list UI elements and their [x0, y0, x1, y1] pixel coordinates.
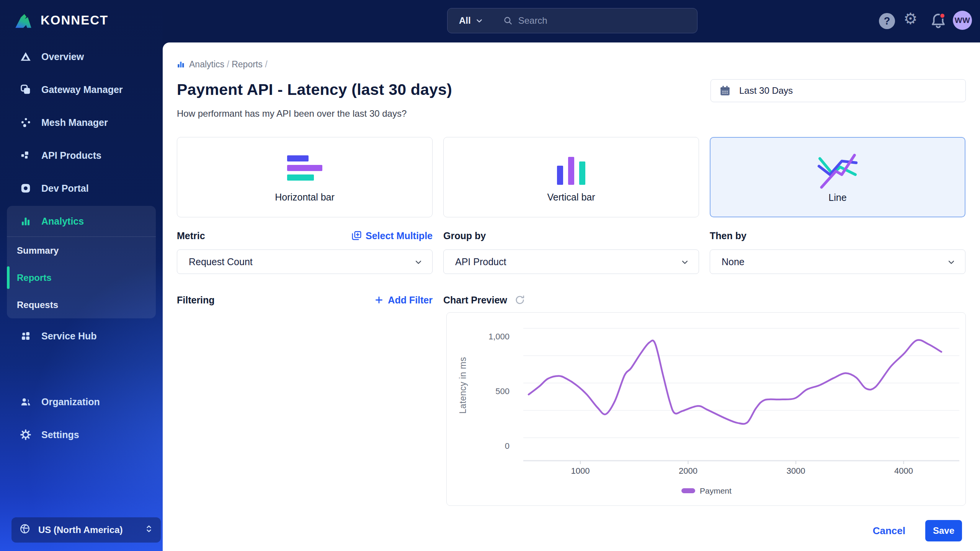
sidebar-item-analytics[interactable]: Analytics: [7, 206, 156, 236]
sidebar-item-label: Analytics: [41, 216, 84, 227]
main-content: Analytics / Reports / Payment API - Late…: [163, 42, 980, 551]
sidebar-nav-bottom: OrganizationSettings: [0, 385, 163, 451]
svg-text:Latency in ms: Latency in ms: [458, 357, 468, 414]
chevron-down-icon: [414, 258, 423, 269]
metric-select-value: Request Count: [189, 256, 253, 267]
svg-text:3000: 3000: [787, 466, 805, 476]
cancel-button[interactable]: Cancel: [873, 525, 905, 537]
sidebar-item-label: Organization: [41, 396, 100, 408]
metric-select[interactable]: Request Count: [177, 249, 433, 274]
page-title: Payment API - Latency (last 30 days): [177, 81, 452, 99]
settings-button[interactable]: ⚙: [903, 11, 918, 27]
selects-row: Request Count API Product None: [177, 249, 966, 274]
chart-type-cards: Horizontal barVertical barLine: [177, 137, 966, 217]
controls-row: Metric Select Multiple Group by Then by: [177, 229, 966, 242]
sidebar-item-service-hub[interactable]: Service Hub: [0, 320, 163, 352]
region-label: US (North America): [38, 525, 122, 535]
bell-icon: [929, 11, 947, 30]
sidebar-item-gateway-manager[interactable]: Gateway Manager: [0, 73, 163, 106]
sidebar-item-label: API Products: [41, 150, 101, 161]
date-range-picker[interactable]: Last 30 Days: [710, 79, 966, 102]
sidebar-item-api-products[interactable]: API Products: [0, 139, 163, 172]
group-by-select-value: API Product: [455, 256, 506, 267]
help-button[interactable]: ?: [879, 13, 895, 29]
svg-text:0: 0: [505, 441, 510, 451]
scope-dropdown[interactable]: All: [459, 15, 483, 26]
chart-type-card-vertical-bar[interactable]: Vertical bar: [443, 137, 699, 217]
chart-preview-label: Chart Preview: [443, 295, 507, 306]
breadcrumb: Analytics / Reports /: [177, 59, 268, 70]
sidebar-item-label: Dev Portal: [41, 183, 89, 194]
sidebar-subitem-reports[interactable]: Reports: [7, 264, 156, 291]
avatar[interactable]: WW: [953, 11, 972, 30]
filter-row: Filtering Add Filter Chart Preview: [177, 293, 966, 306]
sidebar-item-overview[interactable]: Overview: [0, 40, 163, 73]
chart-type-card-horizontal-bar[interactable]: Horizontal bar: [177, 137, 433, 217]
sidebar-item-label: Mesh Manager: [41, 117, 108, 128]
save-button[interactable]: Save: [925, 520, 962, 541]
sidebar-item-dev-portal[interactable]: Dev Portal: [0, 172, 163, 205]
sidebar-item-label: Overview: [41, 51, 84, 62]
search-icon: [503, 16, 513, 26]
help-icon: ?: [879, 13, 895, 29]
calendar-icon: [719, 85, 731, 96]
sidebar-item-mesh-manager[interactable]: Mesh Manager: [0, 106, 163, 139]
latency-line-chart: 100020003000400005001,000Latency in msPa…: [447, 313, 966, 506]
svg-text:1000: 1000: [571, 466, 590, 476]
svg-text:2000: 2000: [679, 466, 697, 476]
group-by-label: Group by: [443, 230, 486, 241]
chart-type-card-line[interactable]: Line: [710, 137, 965, 217]
breadcrumb-separator: /: [227, 59, 229, 69]
scope-label: All: [459, 15, 471, 26]
sidebar-item-settings[interactable]: Settings: [0, 418, 163, 451]
analytics-submenu: SummaryReportsRequests: [7, 237, 156, 318]
then-by-select-value: None: [722, 256, 745, 267]
gear-icon: ⚙: [903, 10, 918, 28]
svg-text:500: 500: [495, 386, 510, 396]
active-indicator: [7, 266, 10, 289]
group-by-select[interactable]: API Product: [443, 249, 699, 274]
horizontal-bar-icon: [286, 153, 324, 189]
breadcrumb-analytics-icon: [177, 60, 185, 69]
then-by-label: Then by: [710, 230, 746, 241]
breadcrumb-link[interactable]: Reports: [232, 59, 263, 69]
sidebar-subitem-summary[interactable]: Summary: [7, 237, 156, 264]
dev-portal-icon: [20, 183, 31, 194]
filtering-label: Filtering: [177, 295, 215, 306]
region-selector[interactable]: US (North America): [11, 517, 161, 543]
page-subtitle: How performant has my API been over the …: [177, 108, 407, 119]
search-bar: All: [447, 8, 697, 33]
mesh-manager-icon: [20, 117, 31, 128]
sidebar-item-label: Settings: [41, 429, 79, 440]
chart-preview-panel: 100020003000400005001,000Latency in msPa…: [446, 312, 966, 506]
notifications-button[interactable]: [929, 11, 947, 31]
sidebar-subitem-requests[interactable]: Requests: [7, 291, 156, 318]
breadcrumb-link[interactable]: Analytics: [189, 59, 224, 69]
select-multiple-link[interactable]: Select Multiple: [351, 230, 433, 241]
vertical-bar-icon: [552, 153, 590, 189]
sidebar: KONNECT OverviewGateway ManagerMesh Mana…: [0, 0, 163, 551]
svg-text:4000: 4000: [894, 466, 913, 476]
sidebar-item-label: Gateway Manager: [41, 84, 123, 95]
overview-icon: [20, 51, 31, 62]
gateway-manager-icon: [20, 84, 31, 95]
avatar-initials: WW: [955, 16, 970, 25]
plus-icon: [374, 295, 384, 305]
settings-icon: [20, 429, 31, 440]
globe-icon: [19, 523, 31, 537]
sidebar-nav-top: OverviewGateway ManagerMesh ManagerAPI P…: [0, 40, 163, 205]
sidebar-item-organization[interactable]: Organization: [0, 385, 163, 418]
chevron-down-icon: [475, 17, 483, 24]
breadcrumb-separator: /: [265, 59, 267, 69]
notification-dot: [940, 13, 945, 18]
then-by-select[interactable]: None: [710, 249, 965, 274]
add-filter-link[interactable]: Add Filter: [374, 295, 433, 306]
search-input[interactable]: [518, 15, 656, 26]
refresh-icon[interactable]: [514, 294, 526, 306]
chart-type-label: Vertical bar: [547, 192, 595, 203]
svg-text:Payment: Payment: [700, 486, 732, 495]
brand-logo[interactable]: KONNECT: [13, 9, 108, 31]
chart-type-label: Line: [828, 192, 846, 203]
sidebar-nav-mid: Service Hub: [0, 320, 163, 352]
sidebar-item-label: Service Hub: [41, 331, 97, 342]
